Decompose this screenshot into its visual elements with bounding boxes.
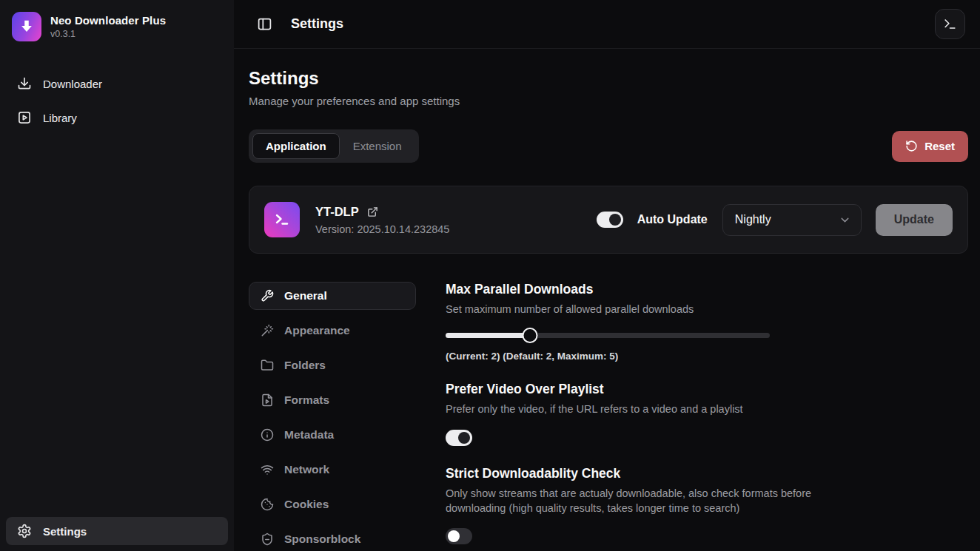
update-channel-value: Nightly bbox=[735, 213, 771, 226]
sidebar-item-settings[interactable]: Settings bbox=[6, 517, 228, 545]
gear-icon bbox=[17, 524, 32, 538]
prefer-video-toggle[interactable] bbox=[446, 430, 472, 446]
page-subtitle: Manage your preferences and app settings bbox=[249, 95, 968, 107]
settings-nav-label: Appearance bbox=[284, 324, 350, 337]
max-parallel-slider-thumb[interactable] bbox=[522, 328, 537, 343]
ytdlp-card: YT-DLP Version: 2025.10.14.232845 Auto U… bbox=[249, 186, 968, 254]
sidebar-nav: Downloader Library bbox=[6, 70, 228, 132]
toggle-knob bbox=[448, 530, 460, 542]
setting-strict-downloadability-check: Strict Downloadablity Check Only show st… bbox=[446, 466, 968, 545]
app-brand: Neo Downloader Plus v0.3.1 bbox=[6, 6, 228, 47]
update-button[interactable]: Update bbox=[876, 204, 953, 236]
settings-page: Settings Manage your preferences and app… bbox=[234, 49, 980, 551]
settings-nav-network[interactable]: Network bbox=[249, 456, 416, 484]
wifi-icon bbox=[261, 463, 274, 476]
tab-group: Application Extension bbox=[249, 129, 419, 163]
topbar: Settings bbox=[234, 0, 980, 49]
tab-application[interactable]: Application bbox=[252, 133, 340, 159]
setting-description: Only show streams that are actualy downl… bbox=[446, 486, 845, 516]
settings-nav: General Appearance Folders Formats bbox=[249, 282, 416, 551]
folder-icon bbox=[261, 359, 274, 372]
setting-title: Prefer Video Over Playlist bbox=[446, 382, 968, 397]
toggle-knob bbox=[609, 214, 621, 226]
sidebar-item-label: Downloader bbox=[43, 78, 102, 90]
toggle-knob bbox=[458, 432, 470, 444]
ytdlp-controls: Auto Update Nightly Update bbox=[597, 204, 953, 236]
terminal-button[interactable] bbox=[935, 9, 965, 39]
settings-nav-label: Cookies bbox=[284, 498, 329, 511]
setting-title: Max Parallel Downloads bbox=[446, 282, 968, 297]
app-logo bbox=[12, 12, 41, 41]
tab-extension[interactable]: Extension bbox=[340, 133, 415, 159]
sidebar-item-downloader[interactable]: Downloader bbox=[6, 70, 228, 98]
main-area: Settings Settings Manage your preference… bbox=[234, 0, 980, 551]
settings-nav-label: Network bbox=[284, 463, 329, 476]
max-parallel-caption: (Current: 2) (Default: 2, Maximum: 5) bbox=[446, 351, 968, 362]
download-icon bbox=[17, 76, 32, 91]
download-arrow-icon bbox=[19, 18, 35, 35]
settings-panel: Max Parallel Downloads Set maximum numbe… bbox=[446, 282, 968, 551]
library-icon bbox=[17, 110, 32, 125]
settings-nav-appearance[interactable]: Appearance bbox=[249, 317, 416, 345]
max-parallel-slider[interactable] bbox=[446, 328, 770, 343]
sidebar-item-label: Settings bbox=[43, 525, 87, 538]
settings-nav-label: Folders bbox=[284, 359, 326, 372]
reset-button-label: Reset bbox=[924, 140, 955, 152]
sidebar-item-label: Library bbox=[43, 112, 77, 124]
max-parallel-slider-fill bbox=[446, 333, 530, 338]
setting-description: Set maximum number of allowed parallel d… bbox=[446, 302, 968, 317]
sidebar-item-library[interactable]: Library bbox=[6, 104, 228, 132]
ytdlp-version: Version: 2025.10.14.232845 bbox=[315, 223, 449, 235]
settings-body: General Appearance Folders Formats bbox=[249, 282, 968, 551]
setting-max-parallel-downloads: Max Parallel Downloads Set maximum numbe… bbox=[446, 282, 968, 362]
auto-update-label: Auto Update bbox=[637, 213, 708, 226]
settings-nav-label: Metadata bbox=[284, 428, 334, 442]
settings-nav-formats[interactable]: Formats bbox=[249, 386, 416, 414]
terminal-icon bbox=[943, 17, 957, 31]
file-play-icon bbox=[261, 393, 274, 407]
settings-nav-label: Formats bbox=[284, 393, 329, 407]
settings-nav-label: Sponsorblock bbox=[284, 533, 360, 546]
settings-nav-folders[interactable]: Folders bbox=[249, 351, 416, 379]
app-window: Neo Downloader Plus v0.3.1 Downloader Li… bbox=[0, 0, 980, 551]
rotate-ccw-icon bbox=[905, 140, 918, 152]
info-icon bbox=[261, 428, 274, 442]
app-sidebar: Neo Downloader Plus v0.3.1 Downloader Li… bbox=[0, 0, 234, 551]
wrench-icon bbox=[261, 289, 274, 302]
ytdlp-title: YT-DLP bbox=[315, 205, 359, 219]
settings-nav-sponsorblock[interactable]: Sponsorblock bbox=[249, 525, 416, 551]
topbar-title: Settings bbox=[291, 16, 343, 32]
setting-prefer-video-over-playlist: Prefer Video Over Playlist Prefer only t… bbox=[446, 382, 968, 445]
settings-nav-metadata[interactable]: Metadata bbox=[249, 421, 416, 449]
chevron-down-icon bbox=[839, 214, 851, 226]
ytdlp-terminal-icon bbox=[264, 202, 300, 237]
app-name: Neo Downloader Plus bbox=[50, 14, 166, 27]
tabs-row: Application Extension Reset bbox=[249, 129, 968, 163]
page-title: Settings bbox=[249, 68, 968, 89]
ytdlp-info: YT-DLP Version: 2025.10.14.232845 bbox=[315, 205, 449, 235]
settings-nav-label: General bbox=[284, 289, 327, 302]
wand-sparkles-icon bbox=[261, 324, 274, 337]
settings-nav-cookies[interactable]: Cookies bbox=[249, 490, 416, 518]
app-version: v0.3.1 bbox=[50, 29, 166, 39]
panel-left-icon[interactable] bbox=[257, 16, 272, 32]
setting-description: Prefer only the video, if the URL refers… bbox=[446, 402, 968, 416]
strict-check-toggle[interactable] bbox=[446, 528, 472, 544]
auto-update-toggle[interactable] bbox=[597, 212, 623, 228]
external-link-icon[interactable] bbox=[367, 206, 378, 217]
update-channel-select[interactable]: Nightly bbox=[722, 204, 862, 236]
settings-nav-general[interactable]: General bbox=[249, 282, 416, 310]
shield-minus-icon bbox=[261, 533, 274, 546]
reset-button[interactable]: Reset bbox=[892, 131, 968, 162]
cookie-icon bbox=[261, 498, 274, 511]
app-brand-text: Neo Downloader Plus v0.3.1 bbox=[50, 14, 166, 39]
setting-title: Strict Downloadablity Check bbox=[446, 466, 968, 481]
sidebar-bottom: Settings bbox=[6, 517, 228, 545]
